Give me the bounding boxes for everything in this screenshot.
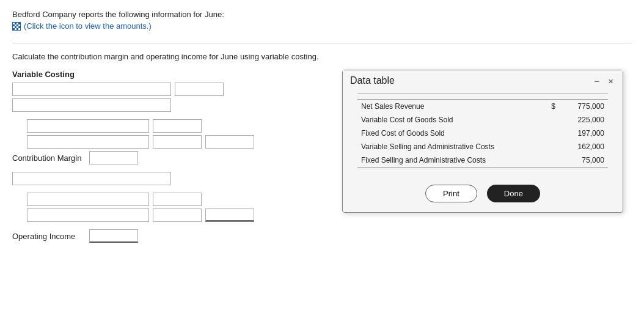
intro-line1: Bedford Company reports the following in… [12, 10, 632, 19]
icon-link-label: (Click the icon to view the amounts.) [24, 21, 152, 31]
amount-input-7a[interactable] [153, 208, 202, 222]
modal-controls: − × [592, 76, 615, 86]
icon-link[interactable]: (Click the icon to view the amounts.) [12, 21, 152, 31]
contribution-margin-amount[interactable] [89, 151, 138, 164]
table-cell-dollar [547, 153, 559, 168]
variable-costing-section: Variable Costing [12, 70, 330, 243]
table-cell-label: Net Sales Revenue [357, 100, 547, 114]
table-cell-label: Fixed Selling and Administrative Costs [357, 153, 547, 168]
form-row-7 [27, 208, 330, 222]
amount-input-4a[interactable] [153, 135, 202, 149]
form-row-6 [27, 193, 330, 206]
table-cell-dollar [547, 113, 559, 127]
vc-form: Contribution Margin [12, 83, 330, 243]
label-input-5[interactable] [12, 172, 171, 185]
table-cell-dollar [547, 140, 559, 153]
table-cell-value: 197,000 [559, 127, 608, 140]
divider [12, 43, 632, 43]
modal-titlebar: Data table − × [343, 70, 623, 89]
form-row-5 [12, 172, 330, 185]
spacer4 [12, 224, 330, 227]
table-cell-dollar: $ [547, 100, 559, 114]
print-button[interactable]: Print [425, 185, 477, 202]
contribution-margin-row: Contribution Margin [12, 151, 330, 164]
modal-close-button[interactable]: × [606, 76, 615, 86]
table-cell-dollar [547, 127, 559, 140]
modal-overlay: Data table − × Net [342, 70, 623, 213]
col-header-value [559, 94, 608, 100]
label-input-2[interactable] [12, 98, 171, 112]
amount-input-1[interactable] [175, 83, 224, 96]
col-header-label [357, 94, 547, 100]
label-input-6[interactable] [27, 193, 149, 206]
spacer3 [12, 188, 330, 190]
form-row-3 [27, 119, 330, 133]
form-row-4 [27, 135, 330, 149]
table-cell-value: 775,000 [559, 100, 608, 114]
modal-footer: Print Done [343, 177, 623, 212]
col-header-dollar [547, 94, 559, 100]
label-input-1[interactable] [12, 83, 171, 96]
modal-minimize-button[interactable]: − [592, 76, 601, 86]
vc-title: Variable Costing [12, 70, 330, 79]
table-header-row [357, 94, 608, 100]
label-input-4[interactable] [27, 135, 149, 149]
table-row: Fixed Cost of Goods Sold 197,000 [357, 127, 608, 140]
operating-income-row: Operating Income [12, 229, 330, 243]
table-cell-label: Variable Selling and Administrative Cost… [357, 140, 547, 153]
label-input-3[interactable] [27, 119, 149, 133]
data-table-modal: Data table − × Net [342, 70, 623, 213]
table-cell-label: Fixed Cost of Goods Sold [357, 127, 547, 140]
done-button[interactable]: Done [487, 185, 540, 202]
main-layout: Variable Costing [12, 70, 632, 243]
table-row: Variable Cost of Goods Sold 225,000 [357, 113, 608, 127]
modal-body: Net Sales Revenue $ 775,000 Variable Cos… [343, 89, 623, 177]
form-row-2 [12, 98, 330, 112]
table-cell-value: 225,000 [559, 113, 608, 127]
label-input-7[interactable] [27, 208, 149, 222]
modal-title: Data table [350, 75, 395, 86]
contribution-margin-label: Contribution Margin [12, 153, 86, 163]
table-cell-value: 75,000 [559, 153, 608, 168]
table-row: Net Sales Revenue $ 775,000 [357, 100, 608, 114]
grid-icon [12, 22, 21, 31]
table-cell-value: 162,000 [559, 140, 608, 153]
form-row-1 [12, 83, 330, 96]
amount-input-6[interactable] [153, 193, 202, 206]
spacer [12, 114, 330, 117]
instruction-text: Calculate the contribution margin and op… [12, 52, 611, 61]
amount-input-7b[interactable] [205, 208, 254, 222]
table-row: Variable Selling and Administrative Cost… [357, 140, 608, 153]
amount-input-4b[interactable] [205, 135, 254, 149]
data-table: Net Sales Revenue $ 775,000 Variable Cos… [357, 94, 608, 168]
table-row: Fixed Selling and Administrative Costs 7… [357, 153, 608, 168]
spacer2 [12, 167, 330, 169]
operating-income-amount[interactable] [89, 229, 138, 243]
amount-input-3[interactable] [153, 119, 202, 133]
table-cell-label: Variable Cost of Goods Sold [357, 113, 547, 127]
operating-income-label: Operating Income [12, 232, 86, 241]
